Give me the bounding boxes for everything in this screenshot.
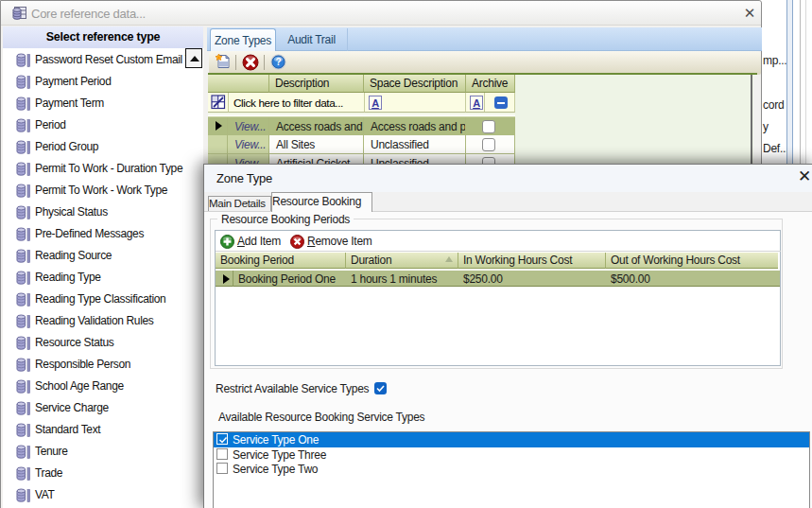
svg-text:?: ?: [276, 57, 282, 67]
